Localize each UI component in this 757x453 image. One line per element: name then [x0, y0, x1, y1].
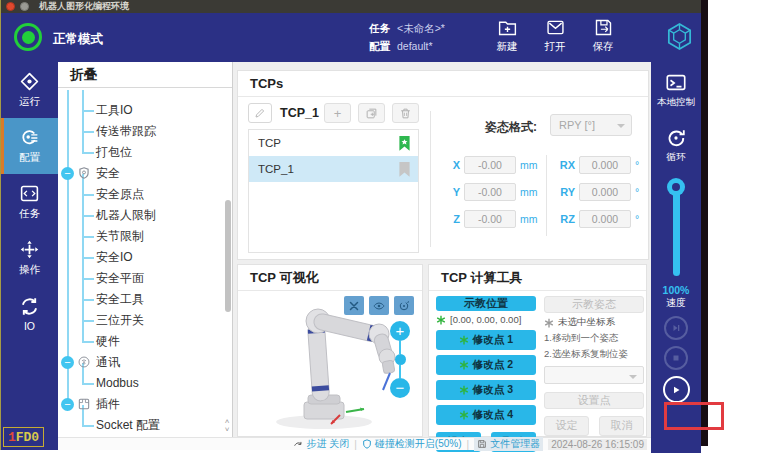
speed-slider-handle[interactable]	[667, 178, 685, 196]
zoom-control	[388, 321, 412, 398]
zoom-out-button[interactable]	[390, 378, 410, 398]
no-frame-text: 未选中坐标系	[558, 316, 615, 329]
modify-point-label: 修改点 2	[473, 358, 513, 372]
tcp-list-item[interactable]: TCP_1	[249, 156, 418, 182]
tree-item[interactable]: 工具IO	[58, 100, 232, 121]
visibility-button[interactable]	[369, 296, 389, 315]
tree-item[interactable]	[58, 90, 232, 100]
field-input[interactable]: -0.00	[464, 156, 516, 174]
nav-item[interactable]: 配置	[1, 118, 58, 174]
step-mode-status[interactable]: 步进 关闭	[293, 437, 349, 451]
tree-item[interactable]: 机器人限制	[58, 205, 232, 226]
tree-item-label: 安全原点	[96, 184, 144, 205]
new-file-icon	[497, 17, 518, 38]
no-frame-row: 未选中坐标系	[544, 316, 644, 329]
tcp-item-name: TCP_1	[258, 163, 294, 175]
minimize-window-icon[interactable]	[20, 2, 29, 11]
tcp-calc-tool-panel: TCP 计算工具 示教位置 [0.00, 0.00, 0.00] 修改点 1	[428, 264, 647, 437]
nav-item[interactable]: 任务	[1, 174, 58, 230]
tree-item[interactable]: 关节限制	[58, 226, 232, 247]
tree-item[interactable]: 安全	[58, 163, 232, 184]
pose-field-row: Y -0.00 mm	[442, 182, 546, 202]
tree-item[interactable]: 安全工具	[58, 289, 232, 310]
stop-icon	[670, 352, 682, 364]
header-action-button[interactable]: 保存	[583, 17, 623, 59]
tree-item[interactable]: Modbus	[58, 373, 232, 394]
collapse-minus-icon[interactable]	[61, 356, 74, 369]
step-forward-button[interactable]	[664, 316, 688, 340]
modify-point-button[interactable]: 修改点 3	[436, 380, 536, 400]
tree-item[interactable]: 三位开关	[58, 310, 232, 331]
set-button-right[interactable]: 设定	[544, 416, 589, 436]
viz-3d-view[interactable]	[238, 291, 422, 436]
tree-scrollbar[interactable]	[225, 200, 231, 312]
tree-scroll-arrows[interactable]: ˄˅	[222, 418, 232, 434]
close-window-icon[interactable]	[6, 2, 15, 11]
field-input[interactable]: 0.000	[579, 210, 631, 228]
robot-programming-app: 机器人图形化编程环境 正常模式 任务<未命名>* 配置default* 新建	[0, 0, 757, 453]
tree-item[interactable]: 传送带跟踪	[58, 121, 232, 142]
tcps-panel: TCPs TCP_1 TCP TCP_1	[237, 70, 649, 260]
loop-button[interactable]: 循环	[665, 127, 687, 164]
collapse-minus-icon[interactable]	[61, 167, 74, 180]
pose-format-select[interactable]: RPY [°]	[550, 114, 632, 136]
duplicate-tcp-button[interactable]	[358, 103, 385, 123]
frame-select[interactable]	[544, 366, 644, 383]
speed-readout: 100% 速度	[663, 284, 690, 310]
file-manager-status[interactable]: 文件管理器	[474, 437, 543, 451]
tree-item[interactable]: 打包位	[58, 142, 232, 163]
field-input[interactable]: 0.000	[579, 183, 631, 201]
tree-item[interactable]: 通讯	[58, 352, 232, 373]
header-action-button[interactable]: 新建	[487, 17, 527, 59]
edit-name-button[interactable]	[248, 103, 272, 123]
position-value: [0.00, 0.00, 0.00]	[450, 314, 521, 325]
play-button[interactable]	[663, 376, 690, 403]
tree-item[interactable]: 安全IO	[58, 247, 232, 268]
collapse-minus-icon[interactable]	[61, 398, 74, 411]
terminal-icon	[665, 72, 687, 94]
tree-item[interactable]: 硬件	[58, 331, 232, 352]
tcp-list-item[interactable]: TCP	[249, 130, 418, 156]
add-tcp-button[interactable]	[324, 103, 351, 123]
frame-marker-icon	[459, 360, 469, 370]
cancel-button-right[interactable]: 取消	[599, 416, 644, 436]
modify-point-label: 修改点 1	[473, 333, 513, 347]
bookmark-icon[interactable]	[398, 135, 411, 151]
zoom-slider-handle[interactable]	[395, 354, 406, 365]
collision-detection-status[interactable]: 碰撞检测开启(50%)	[362, 437, 462, 451]
teach-position-button[interactable]: 示教位置	[436, 296, 536, 311]
modify-point-button[interactable]: 修改点 2	[436, 355, 536, 375]
bookmark-icon[interactable]	[398, 161, 411, 177]
tools-button[interactable]	[344, 296, 364, 315]
nav-item-label: 任务	[19, 207, 40, 221]
nav-item[interactable]: IO	[1, 286, 58, 342]
header-action-button[interactable]: 打开	[535, 17, 575, 59]
left-nav-sidebar: 运行 配置 任务	[1, 62, 58, 450]
speed-slider[interactable]	[667, 178, 685, 278]
field-input[interactable]: -0.00	[464, 183, 516, 201]
tree-item-label: 安全工具	[96, 289, 144, 310]
tree-item[interactable]: 插件	[58, 394, 232, 415]
nav-item[interactable]: 操作	[1, 230, 58, 286]
tree-item[interactable]: 安全原点	[58, 184, 232, 205]
reset-view-button[interactable]	[394, 296, 414, 315]
field-input[interactable]: -0.00	[464, 210, 516, 228]
zoom-track	[399, 365, 401, 378]
modify-point-button[interactable]: 修改点 1	[436, 330, 536, 350]
tree-item[interactable]: Socket 配置	[58, 415, 232, 434]
local-control-button[interactable]: 本地控制	[657, 72, 695, 109]
modify-point-button[interactable]: 修改点 4	[436, 405, 536, 425]
field-input[interactable]: 0.000	[579, 156, 631, 174]
teach-pose-button[interactable]: 示教姿态	[544, 296, 644, 313]
tree-collapse-header[interactable]: 折叠	[58, 62, 232, 88]
field-label: RX	[557, 159, 575, 171]
zoom-in-button[interactable]	[390, 321, 410, 341]
set-point-button[interactable]: 设置点	[544, 392, 644, 409]
speed-slider-track[interactable]	[673, 186, 680, 276]
delete-tcp-button[interactable]	[392, 103, 419, 123]
stop-button[interactable]	[664, 346, 688, 370]
tree-item[interactable]: 安全平面	[58, 268, 232, 289]
field-label: Z	[442, 213, 460, 225]
nav-item[interactable]: 运行	[1, 62, 58, 118]
right-control-sidebar: 本地控制 循环 100% 速度	[651, 62, 701, 453]
